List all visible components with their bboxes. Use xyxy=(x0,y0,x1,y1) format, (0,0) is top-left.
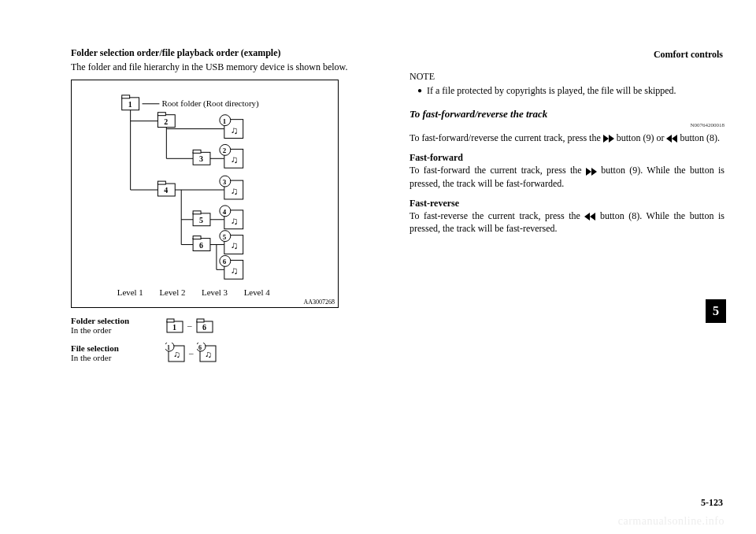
fast-reverse-icon xyxy=(584,213,595,221)
svg-rect-26 xyxy=(158,181,165,184)
fast-reverse-icon xyxy=(666,135,677,143)
file-icon-6: ♫ 6 xyxy=(220,256,243,280)
file-icon-2: ♫ 2 xyxy=(220,145,243,169)
svg-text:6: 6 xyxy=(198,344,202,351)
folder-legend: Folder selection In the order 1 – 6 xyxy=(71,316,386,335)
legend-dash: – xyxy=(187,321,192,330)
hierarchy-diagram: Root folder (Root directory) 1 2 xyxy=(71,80,339,308)
svg-text:Level 3: Level 3 xyxy=(202,287,228,297)
file-icon-5: ♫ 5 xyxy=(220,231,243,254)
svg-rect-37 xyxy=(193,211,201,214)
watermark: carmanualsonline.info xyxy=(618,515,724,528)
svg-text:♫: ♫ xyxy=(173,349,180,360)
svg-text:Level 4: Level 4 xyxy=(244,287,271,297)
file-icon-4: ♫ 4 xyxy=(220,206,243,229)
fast-forward-icon xyxy=(586,168,597,176)
svg-text:1: 1 xyxy=(172,323,176,332)
svg-rect-1 xyxy=(122,95,130,98)
left-intro: The folder and file hierarchy in the USB… xyxy=(71,61,386,73)
folder-icon: 1 xyxy=(165,317,184,333)
svg-marker-83 xyxy=(590,213,595,221)
svg-text:♫: ♫ xyxy=(231,215,239,227)
file-icon-1: ♫ 1 xyxy=(220,115,243,139)
left-column: Folder selection order/file playback ord… xyxy=(71,47,386,371)
fr-body: To fast-reverse the current track, press… xyxy=(410,210,724,235)
diagram-id: AA3007268 xyxy=(303,299,335,306)
ff-intro: To fast-forward/reverse the current trac… xyxy=(410,132,724,144)
page-number: 5-123 xyxy=(701,497,723,509)
svg-text:2: 2 xyxy=(223,147,227,155)
bullet-icon: ● xyxy=(417,86,422,97)
right-column: NOTE ● If a file protected by copyrights… xyxy=(410,47,724,371)
svg-marker-79 xyxy=(672,135,677,143)
file-icon-3: ♫ 3 xyxy=(220,176,243,199)
svg-rect-66 xyxy=(197,319,204,322)
svg-text:♫: ♫ xyxy=(231,265,239,276)
ff-heading: To fast-forward/reverse the track xyxy=(410,108,724,121)
svg-text:4: 4 xyxy=(164,186,168,195)
svg-marker-81 xyxy=(591,168,597,176)
svg-text:♫: ♫ xyxy=(205,349,212,360)
svg-text:Level 2: Level 2 xyxy=(159,287,185,297)
svg-rect-45 xyxy=(193,236,201,239)
svg-text:6: 6 xyxy=(223,258,227,266)
code-id: N00764200018 xyxy=(410,122,724,128)
legend-dash: – xyxy=(189,348,194,358)
file-legend: File selection In the order ♫ 1 – ♫ xyxy=(71,343,386,363)
fr-subhead: Fast-reverse xyxy=(410,198,724,210)
svg-rect-8 xyxy=(158,113,165,116)
note-bullet-row: ● If a file protected by copyrights is p… xyxy=(417,84,724,97)
svg-marker-76 xyxy=(603,135,609,143)
file-icon: ♫ 6 xyxy=(197,343,217,363)
svg-rect-18 xyxy=(193,150,201,154)
svg-text:6: 6 xyxy=(202,323,206,332)
svg-marker-82 xyxy=(584,213,590,221)
svg-text:1: 1 xyxy=(128,100,132,109)
file-legend-title: File selection xyxy=(71,343,158,353)
chapter-tab: 5 xyxy=(706,299,726,323)
svg-text:5: 5 xyxy=(223,233,227,241)
file-icon: ♫ 1 xyxy=(165,343,186,363)
svg-text:1: 1 xyxy=(223,117,226,125)
folder-legend-title: Folder selection xyxy=(71,316,158,325)
svg-text:♫: ♫ xyxy=(231,124,239,136)
left-title: Folder selection order/file playback ord… xyxy=(71,47,386,59)
svg-text:1: 1 xyxy=(167,344,170,351)
svg-text:4: 4 xyxy=(223,208,227,216)
svg-text:3: 3 xyxy=(223,178,227,186)
svg-marker-77 xyxy=(609,135,614,143)
ff-body: To fast-forward the current track, press… xyxy=(410,164,724,189)
svg-text:♫: ♫ xyxy=(231,185,239,197)
section-header: Comfort controls xyxy=(654,49,723,61)
svg-marker-78 xyxy=(666,135,672,143)
svg-text:3: 3 xyxy=(199,154,203,163)
svg-text:♫: ♫ xyxy=(231,154,239,165)
diagram-svg: Root folder (Root directory) 1 2 xyxy=(72,80,338,307)
file-legend-sub: In the order xyxy=(71,353,111,362)
legend-block: Folder selection In the order 1 – 6 xyxy=(71,316,386,363)
note-text: If a file protected by copyrights is pla… xyxy=(427,84,676,97)
root-label: Root folder (Root directory) xyxy=(161,98,259,109)
svg-text:♫: ♫ xyxy=(231,240,239,252)
svg-text:Level 1: Level 1 xyxy=(117,287,143,297)
svg-rect-63 xyxy=(167,319,174,322)
page-content: Folder selection order/file playback ord… xyxy=(0,0,756,395)
svg-text:5: 5 xyxy=(199,216,203,224)
fast-forward-icon xyxy=(603,135,614,143)
ff-subhead: Fast-forward xyxy=(410,152,724,164)
folder-icon: 6 xyxy=(195,317,214,333)
note-label: NOTE xyxy=(410,71,724,83)
svg-text:6: 6 xyxy=(199,241,203,250)
svg-text:2: 2 xyxy=(164,117,168,126)
folder-legend-sub: In the order xyxy=(71,325,111,335)
svg-marker-80 xyxy=(586,168,591,176)
